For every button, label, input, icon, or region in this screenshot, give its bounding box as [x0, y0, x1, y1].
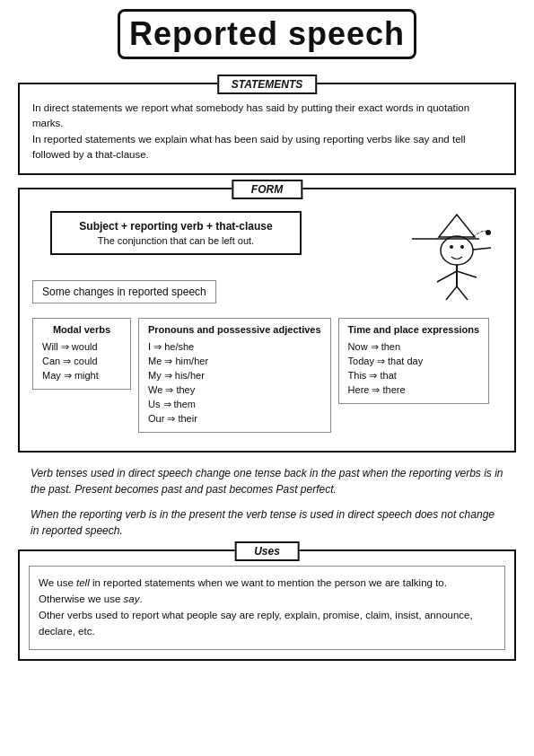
- statements-content: In direct statements we report what some…: [20, 84, 514, 173]
- form-section: FORM Subject + reporting verb + that-cla…: [18, 188, 516, 453]
- italic-section-2: When the reporting verb is in the presen…: [31, 506, 503, 539]
- formula-box: Subject + reporting verb + that-clause T…: [50, 211, 302, 255]
- svg-point-2: [441, 236, 473, 265]
- pronoun-item-4: We ⇒ they: [148, 384, 321, 396]
- italic-text-2: When the reporting verb is in the presen…: [31, 506, 503, 539]
- form-label: FORM: [232, 180, 302, 199]
- time-header: Time and place expressions: [348, 323, 480, 336]
- modal-item-2: Can ⇒ could: [42, 356, 121, 367]
- modal-item-1: Will ⇒ would: [42, 341, 121, 353]
- statements-text1: In direct statements we report what some…: [32, 101, 502, 132]
- svg-line-3: [473, 248, 491, 250]
- time-item-3: This ⇒ that: [348, 370, 480, 382]
- time-item-2: Today ⇒ that day: [348, 356, 480, 367]
- character-illustration: [412, 210, 502, 300]
- changes-table: Modal verbs Will ⇒ would Can ⇒ could May…: [32, 318, 502, 433]
- formula-text: Subject + reporting verb + that-clause: [65, 220, 287, 233]
- pronoun-item-3: My ⇒ his/her: [148, 370, 321, 382]
- statements-label: STATEMENTS: [217, 75, 318, 94]
- svg-line-9: [446, 286, 457, 300]
- changes-label: Some changes in reported speech: [32, 280, 216, 303]
- svg-marker-0: [439, 215, 475, 237]
- form-left: Subject + reporting verb + that-clause T…: [32, 206, 403, 303]
- pronoun-item-6: Our ⇒ their: [148, 413, 321, 425]
- svg-point-5: [460, 245, 464, 249]
- page-title: Reported speech: [118, 9, 416, 59]
- svg-line-7: [437, 271, 457, 282]
- formula-note: The conjunction that can be left out.: [65, 235, 287, 246]
- svg-point-4: [450, 245, 453, 249]
- italic-section-1: Verb tenses used in direct speech change…: [31, 465, 503, 497]
- svg-line-8: [457, 271, 477, 277]
- svg-point-11: [486, 230, 491, 235]
- uses-content: We use tell in reported statements when …: [29, 566, 505, 649]
- uses-text: We use tell in reported statements when …: [39, 576, 495, 639]
- time-place-col: Time and place expressions Now ⇒ then To…: [338, 318, 490, 404]
- modal-item-3: May ⇒ might: [42, 370, 121, 382]
- pronouns-header: Pronouns and possessive adjectives: [148, 323, 321, 336]
- pronoun-item-2: Me ⇒ him/her: [148, 356, 321, 367]
- modal-header: Modal verbs: [42, 323, 121, 336]
- time-item-4: Here ⇒ there: [348, 384, 480, 396]
- statements-text2: In reported statements we explain what h…: [32, 132, 502, 163]
- pronouns-col: Pronouns and possessive adjectives I ⇒ h…: [138, 318, 331, 433]
- pronoun-item-5: Us ⇒ them: [148, 399, 321, 410]
- uses-section: Uses We use tell in reported statements …: [18, 549, 516, 660]
- pronoun-item-1: I ⇒ he/she: [148, 341, 321, 353]
- uses-label: Uses: [234, 541, 300, 561]
- statements-section: STATEMENTS In direct statements we repor…: [18, 83, 516, 175]
- svg-line-10: [457, 286, 468, 300]
- modal-verbs-col: Modal verbs Will ⇒ would Can ⇒ could May…: [32, 318, 131, 390]
- italic-text-1: Verb tenses used in direct speech change…: [31, 465, 503, 497]
- time-item-1: Now ⇒ then: [348, 341, 480, 353]
